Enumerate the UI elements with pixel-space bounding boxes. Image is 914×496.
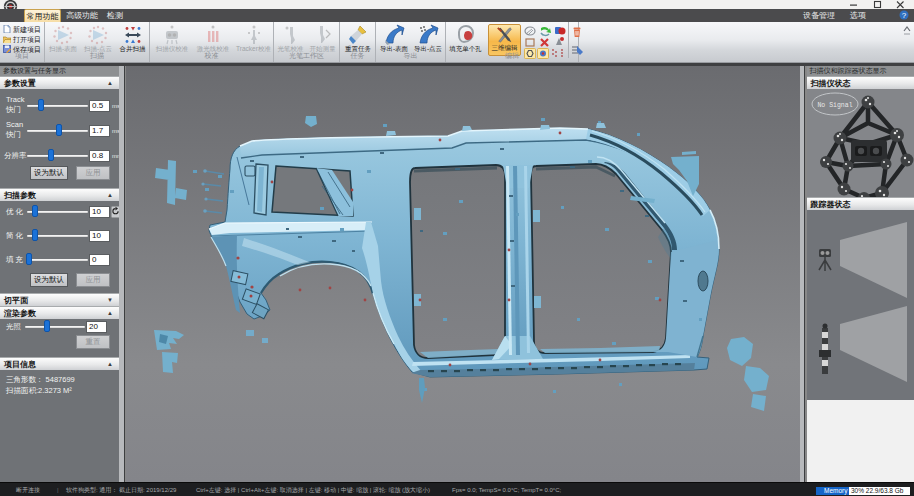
svg-text:No Signal: No Signal <box>817 102 852 109</box>
svg-text:?: ? <box>902 11 907 20</box>
